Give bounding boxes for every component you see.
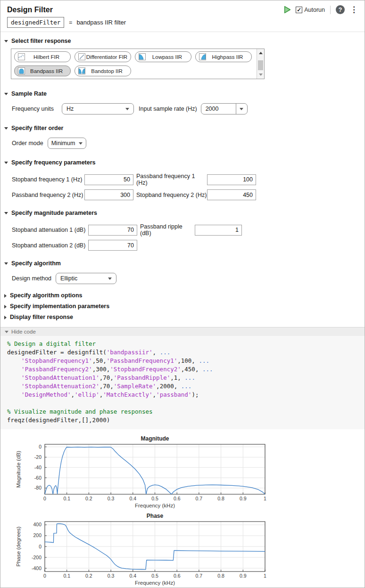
section-algorithm[interactable]: Specify algorithm	[4, 260, 365, 267]
stopband-attenuation-1-field[interactable]	[88, 225, 137, 236]
section-frequency-parameters[interactable]: Specify frequency parameters	[4, 159, 365, 166]
help-icon[interactable]: ?	[336, 5, 345, 14]
chevron-down-icon	[108, 278, 112, 280]
output-description: bandpass IIR filter	[76, 19, 126, 26]
task-header: Design Filter ✓ Autorun ? ⋮ designedFilt…	[0, 0, 365, 32]
code-line[interactable]: freqz(designedFilter,[],2000)	[7, 416, 365, 425]
svg-text:Frequency (kHz): Frequency (kHz)	[135, 580, 175, 586]
code-block[interactable]: % Design a digital filterdesignedFilter …	[0, 336, 365, 429]
code-line[interactable]: 'StopbandAttenuation2',70,'SampleRate',2…	[7, 382, 365, 391]
svg-text:1: 1	[264, 496, 266, 501]
filter-button-label: Lowpass IIR	[146, 54, 189, 60]
filter-button-hilbert-fir[interactable]: Hilbert FIR	[14, 51, 71, 62]
svg-text:Phase (degrees): Phase (degrees)	[16, 526, 21, 566]
filter-button-bandpass-iir[interactable]: Bandpass IIR	[14, 65, 71, 76]
order-mode-dropdown[interactable]: Minimum	[48, 138, 86, 149]
filter-response-gallery: Hilbert FIR Differentiator FIR Lowpass I…	[11, 49, 265, 79]
scrollbar-thumb[interactable]	[258, 60, 263, 70]
code-line[interactable]: 'DesignMethod','ellip','MatchExactly','p…	[7, 391, 365, 399]
passband-ripple-field[interactable]	[195, 225, 242, 236]
stopband-attenuation-2-label: Stopband attenuation 2 (dB)	[12, 242, 88, 249]
stopband-attenuation-2-field[interactable]	[88, 240, 137, 251]
sample-rate-combobox[interactable]: 2000	[201, 103, 248, 114]
checkmark-icon: ✓	[297, 7, 301, 13]
code-line[interactable]: designedFilter = designfilt('bandpassiir…	[7, 348, 365, 357]
stopband-frequency-1-field[interactable]	[84, 174, 133, 185]
filter-button-highpass-iir[interactable]: Highpass IIR	[195, 51, 252, 62]
svg-text:0.4: 0.4	[129, 496, 136, 501]
passband-frequency-1-field[interactable]	[207, 174, 256, 185]
collapse-triangle-icon	[4, 40, 8, 42]
section-label: Specify implementation parameters	[10, 303, 109, 310]
svg-text:0.5: 0.5	[151, 573, 158, 579]
code-line[interactable]: 'PassbandFrequency2',300,'StopbandFreque…	[7, 365, 365, 374]
filter-button-differentiator-fir[interactable]: Differentiator FIR	[75, 51, 131, 62]
passband-frequency-2-label: Passband frequency 2 (Hz)	[12, 192, 84, 198]
section-label: Specify magnitude parameters	[11, 210, 97, 217]
frequency-units-label: Frequency units	[12, 106, 62, 112]
filter-button-lowpass-iir[interactable]: Lowpass IIR	[135, 51, 191, 62]
code-line[interactable]: % Design a digital filter	[7, 340, 365, 348]
hide-code-label: Hide code	[11, 329, 36, 335]
sample-rate-value[interactable]: 2000	[201, 104, 236, 114]
code-line[interactable]: 'StopbandFrequency1',50,'PassbandFrequen…	[7, 357, 365, 365]
passband-frequency-1-label: Passband frequency 1 (Hz)	[136, 173, 207, 186]
section-filter-order[interactable]: Specify filter order	[4, 125, 365, 132]
frequency-units-dropdown[interactable]: Hz	[62, 103, 134, 114]
output-variable-field[interactable]: designedFilter	[7, 17, 64, 28]
svg-text:0.8: 0.8	[217, 496, 224, 501]
collapse-triangle-icon	[4, 93, 8, 95]
code-line[interactable]: 'StopbandAttenuation1',70,'PassbandRippl…	[7, 374, 365, 382]
svg-text:0.2: 0.2	[85, 496, 92, 501]
section-display-filter-response[interactable]: Display filter response	[4, 314, 365, 321]
svg-text:-40: -40	[34, 465, 41, 470]
code-line[interactable]: % Visualize magnitude and phase response…	[7, 408, 365, 416]
filter-button-label: Bandpass IIR	[25, 68, 68, 74]
autorun-label: Autorun	[304, 7, 325, 13]
overflow-menu-icon[interactable]: ⋮	[349, 5, 359, 15]
highpass-iir-icon	[199, 53, 206, 60]
section-implementation-parameters[interactable]: Specify implementation parameters	[4, 303, 365, 310]
collapse-triangle-icon	[5, 331, 8, 333]
passband-frequency-2-field[interactable]	[84, 189, 133, 200]
collapse-triangle-icon	[4, 127, 8, 130]
stopband-frequency-2-field[interactable]	[207, 189, 256, 200]
scroll-down-icon[interactable]	[259, 74, 263, 76]
collapse-triangle-icon	[4, 212, 8, 214]
filter-button-label: Highpass IIR	[206, 54, 249, 60]
hide-code-toggle[interactable]: Hide code	[0, 327, 365, 336]
svg-text:0.3: 0.3	[108, 496, 115, 501]
section-select-filter-response[interactable]: Select filter response	[4, 38, 365, 45]
run-icon[interactable]	[283, 6, 291, 14]
section-label: Specify frequency parameters	[11, 159, 96, 166]
code-line[interactable]	[7, 399, 365, 408]
design-method-dropdown[interactable]: Elliptic	[56, 273, 116, 284]
bandstop-iir-icon	[78, 67, 85, 74]
gallery-scrollbar[interactable]	[257, 49, 264, 79]
figure-output: 00.10.20.30.40.50.60.70.80.910-20-40-60-…	[0, 429, 365, 587]
section-sample-rate[interactable]: Sample Rate	[4, 90, 365, 98]
filter-button-bandstop-iir[interactable]: Bandstop IIR	[75, 65, 131, 76]
svg-text:0.1: 0.1	[63, 573, 70, 579]
design-filter-task: Design Filter ✓ Autorun ? ⋮ designedFilt…	[0, 0, 365, 588]
order-mode-label: Order mode	[12, 140, 43, 147]
svg-text:0: 0	[39, 444, 41, 449]
lowpass-iir-icon	[139, 53, 146, 60]
sample-rate-label: Input sample rate (Hz)	[139, 106, 197, 112]
section-label: Specify algorithm	[11, 260, 61, 267]
svg-text:0.3: 0.3	[108, 573, 115, 579]
collapse-triangle-icon	[4, 262, 8, 265]
differentiator-fir-icon	[78, 53, 85, 60]
svg-text:Phase: Phase	[147, 513, 164, 519]
svg-text:0.6: 0.6	[174, 573, 181, 579]
scroll-up-icon[interactable]	[259, 52, 263, 54]
svg-text:0.4: 0.4	[129, 573, 136, 579]
autorun-toggle[interactable]: ✓ Autorun	[296, 7, 325, 13]
expand-triangle-icon	[4, 305, 7, 309]
sample-rate-dropdown-button[interactable]	[236, 104, 247, 114]
section-magnitude-parameters[interactable]: Specify magnitude parameters	[4, 210, 365, 217]
autorun-checkbox[interactable]: ✓	[296, 7, 302, 13]
svg-text:-200: -200	[32, 555, 41, 560]
section-algorithm-options[interactable]: Specify algorithm options	[4, 292, 365, 299]
order-mode-value: Minimum	[51, 140, 75, 147]
